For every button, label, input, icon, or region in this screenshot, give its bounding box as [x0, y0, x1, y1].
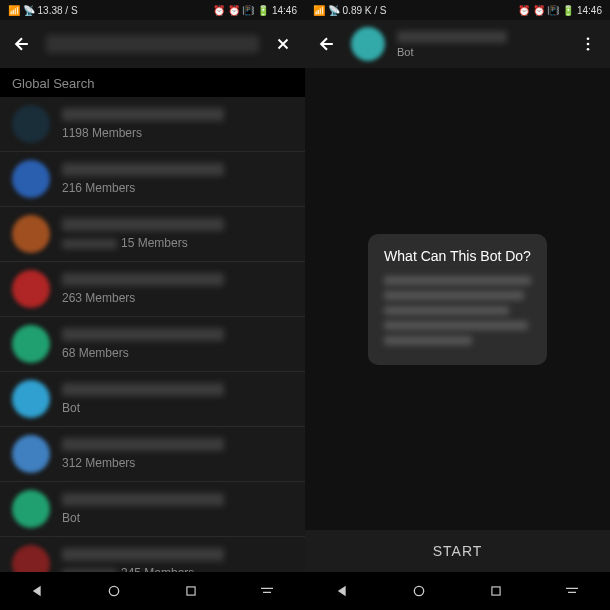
nav-bar-right — [305, 572, 610, 610]
avatar — [12, 325, 50, 363]
list-item[interactable]: 68 Members — [0, 317, 305, 372]
avatar — [12, 545, 50, 572]
nav-recent-icon[interactable] — [182, 582, 200, 600]
avatar — [12, 105, 50, 143]
back-icon[interactable] — [10, 32, 34, 56]
item-title — [62, 108, 224, 121]
svg-point-2 — [587, 37, 590, 40]
item-subtitle: Bot — [62, 511, 293, 525]
status-network-r: 📶 📡 0.89 K / S — [313, 5, 386, 16]
item-title — [62, 163, 224, 176]
nav-menu-icon[interactable] — [258, 582, 276, 600]
back-icon[interactable] — [315, 32, 339, 56]
chat-subtitle: Bot — [397, 46, 564, 58]
item-text: 15 Members — [62, 218, 293, 250]
avatar — [12, 435, 50, 473]
list-item[interactable]: 216 Members — [0, 152, 305, 207]
avatar — [12, 160, 50, 198]
chat-area: What Can This Bot Do? — [305, 68, 610, 530]
nav-bar-left — [0, 572, 305, 610]
status-network: 📶 📡 13.38 / S — [8, 5, 78, 16]
avatar — [12, 215, 50, 253]
item-text: 312 Members — [62, 438, 293, 470]
status-time: ⏰ ⏰ 📳 🔋 14:46 — [213, 5, 297, 16]
avatar — [12, 270, 50, 308]
chat-header: Bot — [305, 20, 610, 68]
item-subtitle: 216 Members — [62, 181, 293, 195]
nav-home-icon[interactable] — [105, 582, 123, 600]
nav-home-icon[interactable] — [410, 582, 428, 600]
list-item[interactable]: 263 Members — [0, 262, 305, 317]
item-subtitle: 15 Members — [62, 236, 293, 250]
chat-name — [397, 31, 507, 43]
item-text: Bot — [62, 493, 293, 525]
avatar[interactable] — [351, 27, 385, 61]
nav-back-icon[interactable] — [334, 582, 352, 600]
list-item[interactable]: 1198 Members — [0, 97, 305, 152]
bot-desc-line — [384, 276, 531, 285]
nav-back-icon[interactable] — [29, 582, 47, 600]
section-label: Global Search — [0, 68, 305, 97]
item-text: 216 Members — [62, 163, 293, 195]
item-subtitle: 263 Members — [62, 291, 293, 305]
status-time-r: ⏰ ⏰ 📳 🔋 14:46 — [518, 5, 602, 16]
avatar — [12, 490, 50, 528]
bot-desc-line — [384, 321, 528, 330]
bot-desc-line — [384, 291, 523, 300]
list-item[interactable]: 345 Members — [0, 537, 305, 572]
svg-point-0 — [110, 586, 119, 595]
start-button[interactable]: START — [305, 530, 610, 572]
status-bar-left: 📶 📡 13.38 / S ⏰ ⏰ 📳 🔋 14:46 — [0, 0, 305, 20]
item-subtitle: 68 Members — [62, 346, 293, 360]
status-bar-right: 📶 📡 0.89 K / S ⏰ ⏰ 📳 🔋 14:46 — [305, 0, 610, 20]
item-title — [62, 218, 224, 231]
item-subtitle: 1198 Members — [62, 126, 293, 140]
avatar — [12, 380, 50, 418]
bot-info-card: What Can This Bot Do? — [368, 234, 547, 365]
list-item[interactable]: 312 Members — [0, 427, 305, 482]
svg-rect-1 — [187, 587, 195, 595]
bot-desc-line — [384, 306, 509, 315]
item-text: Bot — [62, 383, 293, 415]
item-title — [62, 328, 224, 341]
bot-card-title: What Can This Bot Do? — [384, 248, 531, 264]
item-title — [62, 493, 224, 506]
item-title — [62, 548, 224, 561]
bot-desc-line — [384, 336, 472, 345]
item-subtitle: 312 Members — [62, 456, 293, 470]
more-icon[interactable] — [576, 32, 600, 56]
item-text: 345 Members — [62, 548, 293, 572]
search-panel: 📶 📡 13.38 / S ⏰ ⏰ 📳 🔋 14:46 Global Searc… — [0, 0, 305, 610]
svg-point-3 — [587, 43, 590, 46]
item-title — [62, 273, 224, 286]
chat-title-block[interactable]: Bot — [397, 31, 564, 58]
item-text: 263 Members — [62, 273, 293, 305]
search-header — [0, 20, 305, 68]
svg-point-5 — [415, 586, 424, 595]
item-subtitle: Bot — [62, 401, 293, 415]
item-text: 1198 Members — [62, 108, 293, 140]
search-input[interactable] — [46, 35, 259, 53]
chat-panel: 📶 📡 0.89 K / S ⏰ ⏰ 📳 🔋 14:46 Bot What Ca… — [305, 0, 610, 610]
svg-point-4 — [587, 48, 590, 51]
list-item[interactable]: 15 Members — [0, 207, 305, 262]
svg-rect-6 — [492, 587, 500, 595]
item-title — [62, 438, 224, 451]
nav-menu-icon[interactable] — [563, 582, 581, 600]
item-text: 68 Members — [62, 328, 293, 360]
start-label: START — [433, 543, 483, 559]
close-icon[interactable] — [271, 32, 295, 56]
list-item[interactable]: Bot — [0, 372, 305, 427]
nav-recent-icon[interactable] — [487, 582, 505, 600]
item-title — [62, 383, 224, 396]
list-item[interactable]: Bot — [0, 482, 305, 537]
search-results-list: 1198 Members216 Members15 Members263 Mem… — [0, 97, 305, 572]
